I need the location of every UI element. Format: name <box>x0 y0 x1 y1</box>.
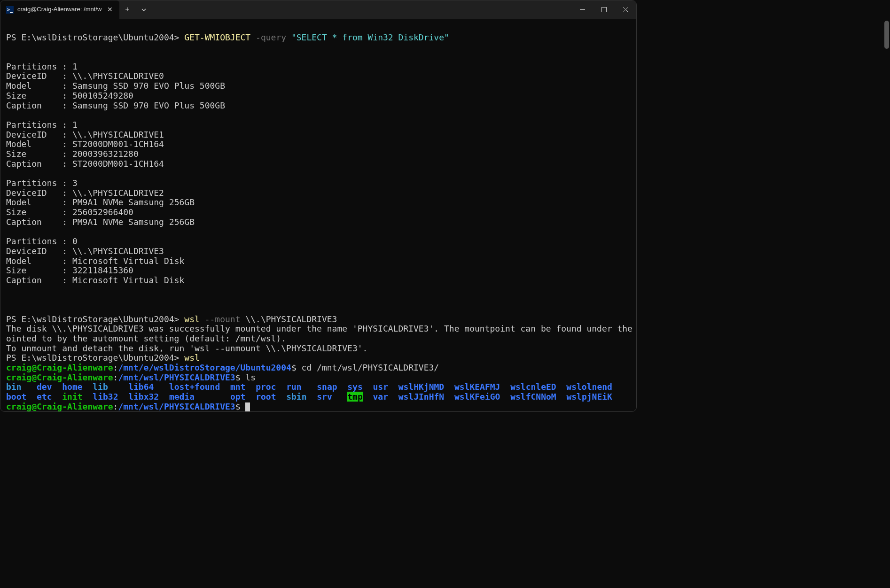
ls-entry: dev <box>37 382 52 392</box>
bash-colon: : <box>113 402 118 411</box>
cmd-flag: --mount <box>205 314 241 324</box>
ls-entry: wslolnend <box>566 382 612 392</box>
bash-path: /mnt/e/wslDistroStorage/Ubuntu2004 <box>118 363 291 372</box>
ls-entry: etc <box>37 392 52 402</box>
field-label: Model <box>6 81 31 91</box>
tab-active[interactable]: >_ craig@Craig-Alienware: /mnt/w ✕ <box>0 0 119 19</box>
field-label: Size <box>6 91 26 101</box>
ps-prompt: PS E:\wslDistroStorage\Ubuntu2004> <box>6 314 179 324</box>
field-value: \\.\PHYSICALDRIVE2 <box>72 188 164 198</box>
ls-entry: media <box>169 392 195 402</box>
ls-entry: wslpjNEiK <box>566 392 612 402</box>
field-label: Model <box>6 197 31 207</box>
ls-entry: lib32 <box>93 392 118 402</box>
titlebar: >_ craig@Craig-Alienware: /mnt/w ✕ + <box>0 0 636 19</box>
cmd-arg: \\.\PHYSICALDRIVE3 <box>245 314 337 324</box>
ls-entry: lost+found <box>169 382 220 392</box>
field-label: Size <box>6 207 26 217</box>
field-label: Size <box>6 149 26 159</box>
bash-userhost: craig@Craig-Alienware <box>6 363 113 372</box>
ls-entry: sbin <box>286 392 306 402</box>
ls-entry: opt <box>230 392 246 402</box>
ls-entry: wslfCNNoM <box>510 392 556 402</box>
tab-dropdown-icon[interactable] <box>135 0 152 19</box>
powershell-icon: >_ <box>6 6 14 14</box>
field-label: Partitions <box>6 178 57 188</box>
ls-entry: wslKFeiGO <box>454 392 500 402</box>
field-value: 1 <box>72 120 78 130</box>
maximize-button[interactable] <box>593 0 615 19</box>
bash-dollar: $ <box>235 402 241 411</box>
minimize-button[interactable] <box>571 0 593 19</box>
bash-path: /mnt/wsl/PHYSICALDRIVE3 <box>118 402 235 411</box>
field-label: Size <box>6 265 26 275</box>
bash-colon: : <box>113 372 118 382</box>
ls-entry: bin <box>6 382 22 392</box>
ls-entry: wslcnleED <box>510 382 556 392</box>
ls-entry: home <box>62 382 82 392</box>
bash-cmd: ls <box>245 372 256 382</box>
ls-entry: run <box>286 382 302 392</box>
field-label: Model <box>6 139 31 149</box>
ls-entry: srv <box>317 392 332 402</box>
cmd-flag: -query <box>256 32 286 42</box>
new-tab-button[interactable]: + <box>119 0 135 19</box>
field-value: 1 <box>72 62 78 71</box>
bash-userhost: craig@Craig-Alienware <box>6 372 113 382</box>
ls-entry: lib <box>93 382 108 392</box>
ls-entry: sys <box>347 382 363 392</box>
field-label: Caption <box>6 159 42 169</box>
cmd-arg: "SELECT * from Win32_DiskDrive" <box>291 32 449 42</box>
tab-close-icon[interactable]: ✕ <box>105 5 115 14</box>
ps-prompt: PS E:\wslDistroStorage\Ubuntu2004> <box>6 353 179 363</box>
field-value: \\.\PHYSICALDRIVE0 <box>72 71 164 81</box>
field-label: DeviceID <box>6 130 47 139</box>
output-line: To unmount and detach the disk, run 'wsl… <box>6 343 367 353</box>
field-value: PM9A1 NVMe Samsung 256GB <box>72 197 195 207</box>
field-value: \\.\PHYSICALDRIVE3 <box>72 246 164 256</box>
field-label: Partitions <box>6 120 57 130</box>
tab-title: craig@Craig-Alienware: /mnt/w <box>17 6 101 13</box>
bash-dollar: $ <box>291 363 297 372</box>
field-value: 3 <box>72 178 78 188</box>
field-value: 256052966400 <box>72 207 133 217</box>
field-label: DeviceID <box>6 246 47 256</box>
ls-entry: boot <box>6 392 26 402</box>
field-value: PM9A1 NVMe Samsung 256GB <box>72 217 195 227</box>
cmdlet: GET-WMIOBJECT <box>184 32 250 42</box>
ps-prompt: PS E:\wslDistroStorage\Ubuntu2004> <box>6 32 179 42</box>
field-value: \\.\PHYSICALDRIVE1 <box>72 130 164 139</box>
field-label: Caption <box>6 101 42 110</box>
field-label: Caption <box>6 217 42 227</box>
field-value: 2000396321280 <box>72 149 139 159</box>
ls-entry: var <box>373 392 388 402</box>
ls-entry: lib64 <box>128 382 154 392</box>
ls-entry: init <box>62 392 82 402</box>
window-controls <box>571 0 636 19</box>
terminal-content[interactable]: PS E:\wslDistroStorage\Ubuntu2004> GET-W… <box>0 19 636 412</box>
ls-entry: mnt <box>230 382 246 392</box>
field-value: 0 <box>72 236 78 246</box>
ls-entry: tmp <box>347 392 363 402</box>
field-label: Partitions <box>6 62 57 71</box>
bash-cmd: cd /mnt/wsl/PHYSICALDRIVE3/ <box>302 363 439 372</box>
ls-entry: root <box>256 392 276 402</box>
cursor <box>245 402 250 411</box>
cmdlet: wsl <box>184 314 200 324</box>
field-value: Microsoft Virtual Disk <box>72 256 184 266</box>
cmdlet: wsl <box>184 353 200 363</box>
ls-entry: usr <box>373 382 388 392</box>
bash-userhost: craig@Craig-Alienware <box>6 402 113 411</box>
ls-entry: snap <box>317 382 337 392</box>
bash-colon: : <box>113 363 118 372</box>
field-value: ST2000DM001-1CH164 <box>72 159 164 169</box>
ls-entry: proc <box>256 382 276 392</box>
close-button[interactable] <box>615 0 636 19</box>
field-label: DeviceID <box>6 188 47 198</box>
output-line: The disk \\.\PHYSICALDRIVE3 was successf… <box>6 324 637 333</box>
bash-path: /mnt/wsl/PHYSICALDRIVE3 <box>118 372 235 382</box>
bash-dollar: $ <box>235 372 241 382</box>
ls-entry: libx32 <box>128 392 159 402</box>
ls-entry: wslHKjNMD <box>398 382 445 392</box>
svg-rect-1 <box>601 8 606 12</box>
